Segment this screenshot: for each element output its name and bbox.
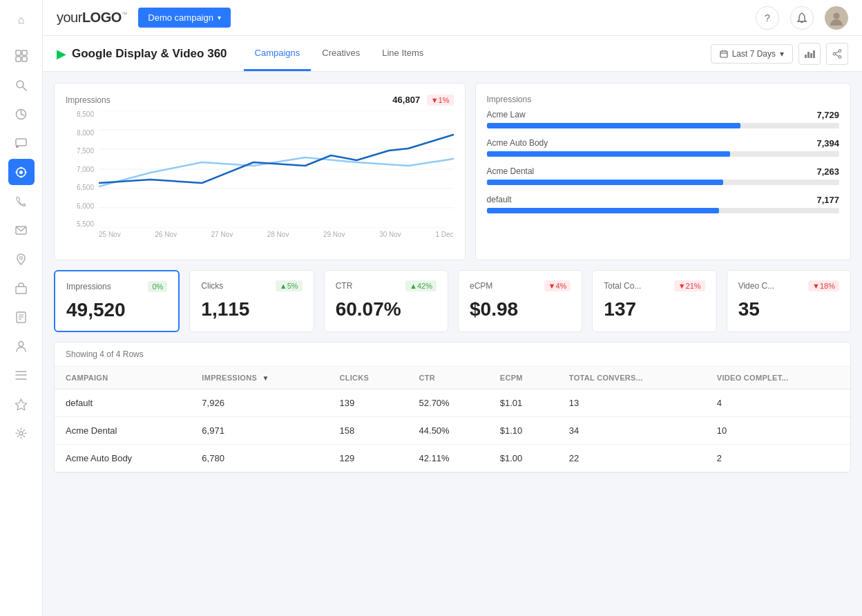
- svg-point-39: [839, 55, 841, 58]
- svg-point-15: [20, 256, 23, 259]
- y-label-3: 7,500: [66, 147, 97, 155]
- impressions-line-chart-card: Impressions 46,807 ▼1% 8,500 8,000 7,500…: [54, 83, 466, 260]
- metric-label-impressions: Impressions: [66, 282, 111, 291]
- metric-badge-ecpm: ▼4%: [544, 280, 571, 291]
- nav-icon-search[interactable]: [8, 72, 35, 98]
- tab-creatives[interactable]: Creatives: [311, 37, 371, 71]
- nav-icon-shop[interactable]: [8, 275, 35, 301]
- y-label-5: 6,500: [66, 184, 97, 191]
- y-label-2: 8,000: [66, 129, 97, 137]
- chart-y-labels: 8,500 8,000 7,500 7,000 6,500 6,000 5,50…: [66, 110, 97, 228]
- cell-ecpm-1: $1.01: [489, 389, 558, 417]
- tab-line-items[interactable]: Line Items: [371, 37, 434, 71]
- line-chart-svg: [99, 110, 454, 228]
- nav-icon-home[interactable]: ⌂: [8, 7, 35, 33]
- metric-value-ctr: 60.07%: [336, 298, 437, 320]
- bar-label-acme-dental: Acme Dental: [487, 166, 535, 177]
- nav-icon-person[interactable]: [8, 333, 35, 359]
- nav-icon-phone[interactable]: [8, 188, 35, 214]
- metric-label-video-complete: Video C...: [738, 281, 774, 291]
- date-range-button[interactable]: Last 7 Days ▾: [711, 44, 793, 64]
- metric-badge-total-conversions: ▼21%: [674, 280, 705, 291]
- x-label-1: 25 Nov: [99, 231, 121, 249]
- bar-chart-title: Impressions: [487, 95, 532, 104]
- metric-badge-ctr: ▲42%: [405, 280, 437, 291]
- cell-impressions-1: 7,926: [191, 389, 328, 417]
- cell-video-complete-1: 4: [706, 389, 850, 417]
- metric-card-ecpm[interactable]: eCPM ▼4% $0.98: [458, 270, 582, 332]
- metric-value-impressions: 49,520: [66, 299, 167, 321]
- metric-value-video-complete: 35: [738, 298, 839, 320]
- table-row: Acme Dental 6,971 158 44.50% $1.10 34 10: [55, 417, 850, 445]
- line-chart-value-section: 46,807 ▼1%: [392, 95, 453, 105]
- svg-rect-0: [16, 50, 21, 55]
- cell-total-conversions-2: 34: [558, 417, 706, 445]
- nav-icon-messages[interactable]: [8, 130, 35, 156]
- svg-rect-29: [720, 51, 727, 57]
- bar-item-acme-dental: Acme Dental 7,263: [487, 166, 839, 185]
- cell-campaign-2: Acme Dental: [55, 417, 191, 445]
- nav-icon-analytics[interactable]: [8, 101, 35, 127]
- svg-point-13: [25, 171, 27, 173]
- metric-label-ecpm: eCPM: [470, 281, 492, 291]
- line-chart-badge: ▼1%: [427, 95, 454, 106]
- metric-card-ctr[interactable]: CTR ▲42% 60.07%: [324, 270, 448, 332]
- nav-icon-list[interactable]: [8, 362, 35, 388]
- bar-list: Acme Law 7,729 Acme Auto Body 7,394: [487, 110, 839, 213]
- svg-rect-2: [16, 57, 21, 61]
- nav-icon-report[interactable]: [8, 304, 35, 330]
- charts-row: Impressions 46,807 ▼1% 8,500 8,000 7,500…: [54, 83, 851, 260]
- metric-card-clicks[interactable]: Clicks ▲5% 1,115: [189, 270, 314, 332]
- metric-card-total-conversions[interactable]: Total Co... ▼21% 137: [592, 270, 716, 332]
- demo-campaign-button[interactable]: Demo campaign ▾: [138, 8, 231, 28]
- tab-campaigns[interactable]: Campaigns: [244, 37, 312, 71]
- nav-icon-location[interactable]: [8, 246, 35, 272]
- cell-clicks-2: 158: [328, 417, 408, 445]
- metric-value-ecpm: $0.98: [470, 298, 571, 320]
- svg-line-41: [836, 55, 839, 57]
- metric-card-impressions[interactable]: Impressions 0% 49,520: [54, 270, 180, 332]
- bar-label-acme-auto-body: Acme Auto Body: [487, 138, 548, 148]
- metric-card-video-complete[interactable]: Video C... ▼18% 35: [727, 270, 851, 332]
- nav-icon-email[interactable]: [8, 217, 35, 243]
- metric-label-total-conversions: Total Co...: [604, 281, 641, 291]
- table-info: Showing 4 of 4 Rows: [55, 343, 850, 367]
- metric-label-clicks: Clicks: [201, 281, 223, 291]
- svg-rect-1: [22, 50, 27, 55]
- page-header-actions: Last 7 Days ▾: [711, 43, 848, 65]
- bar-track-acme-auto-body: [487, 151, 839, 157]
- cell-ecpm-3: $1.00: [489, 445, 558, 472]
- bar-value-acme-auto-body: 7,394: [816, 138, 839, 148]
- demo-campaign-label: Demo campaign: [148, 12, 213, 23]
- line-chart-header: Impressions 46,807 ▼1%: [66, 95, 454, 105]
- svg-point-26: [19, 432, 23, 435]
- svg-point-21: [19, 341, 23, 346]
- logo-bold: LOGO: [82, 10, 122, 25]
- col-impressions[interactable]: IMPRESSIONS ▼: [191, 367, 328, 389]
- col-clicks: CLICKS: [328, 367, 408, 389]
- left-nav: ⌂: [0, 0, 43, 616]
- svg-line-40: [836, 51, 839, 53]
- bar-fill-default: [487, 208, 720, 213]
- nav-icon-settings[interactable]: [8, 420, 35, 446]
- nav-icon-plugin[interactable]: [8, 391, 35, 417]
- cell-video-complete-3: 2: [706, 445, 850, 472]
- table-body: default 7,926 139 52.70% $1.01 13 4 Acme…: [55, 389, 850, 472]
- metric-badge-clicks: ▲5%: [276, 280, 303, 291]
- page-title-section: ▶ Google Display & Video 360: [57, 46, 227, 61]
- cell-impressions-3: 6,780: [191, 445, 328, 472]
- svg-rect-36: [813, 50, 815, 58]
- svg-point-38: [833, 52, 836, 55]
- chart-svg-area: [99, 110, 454, 228]
- share-button[interactable]: [826, 43, 848, 65]
- notifications-button[interactable]: [790, 6, 814, 30]
- chart-view-button[interactable]: [798, 43, 821, 65]
- cell-campaign-3: Acme Auto Body: [55, 445, 191, 472]
- nav-icon-connector[interactable]: [8, 159, 35, 185]
- svg-point-12: [16, 171, 18, 173]
- bar-fill-acme-auto-body: [487, 151, 730, 157]
- bar-label-acme-law: Acme Law: [487, 110, 526, 120]
- user-avatar[interactable]: [825, 6, 848, 30]
- nav-icon-dashboard[interactable]: [8, 43, 35, 69]
- help-button[interactable]: ?: [756, 6, 779, 30]
